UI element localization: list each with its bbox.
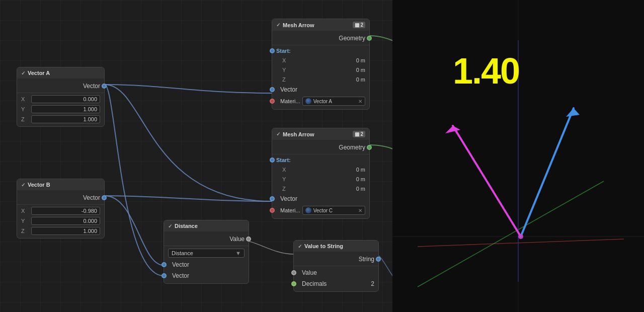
- vts-string-label: String: [359, 256, 374, 263]
- vts-string-socket[interactable]: [376, 257, 381, 262]
- node-mesh-arrow-1-header: ✓ Mesh Arrow ▦ 2: [272, 19, 369, 31]
- vector-b-x-row: X -0.980: [17, 206, 104, 216]
- distance-vector1-socket[interactable]: [162, 262, 167, 267]
- vector-b-y-label: Y: [21, 218, 31, 224]
- mesh-arrow-1-start-label: Start:: [276, 48, 291, 54]
- node-mesh-arrow-1-title: Mesh Arrow: [283, 22, 314, 28]
- mesh-arrow-1-vector-label: Vector: [280, 86, 297, 93]
- distance-vector2-label: Vector: [172, 272, 189, 279]
- mesh-arrow-1-material-pill[interactable]: Vector A ✕: [302, 97, 365, 106]
- vector-b-x-value[interactable]: -0.980: [31, 207, 100, 215]
- vector-b-y-row: Y 0.000: [17, 216, 104, 226]
- xyz-y-label: Y: [282, 67, 290, 73]
- node-vector-a[interactable]: ✓ Vector A Vector X 0.000 Y 1.000 Z 1.00…: [17, 67, 105, 127]
- vector-b-z-row: Z 1.000: [17, 226, 104, 236]
- xyz-y-value: 0 m: [290, 67, 365, 73]
- vector-b-output-socket[interactable]: [102, 195, 107, 200]
- mesh-arrow-2-start-row: Start:: [272, 155, 369, 165]
- mesh-arrow-2-start-label: Start:: [276, 157, 291, 163]
- distance-output-row: Value: [164, 233, 249, 245]
- mesh-arrow-2-start-socket[interactable]: [270, 158, 275, 163]
- badge-icon: ▦: [355, 22, 359, 28]
- node-vector-b[interactable]: ✓ Vector B Vector X -0.980 Y 0.000 Z 1.0…: [17, 179, 105, 239]
- close-icon[interactable]: ✕: [358, 99, 362, 104]
- mesh-arrow-2-geometry-label: Geometry: [339, 144, 365, 151]
- distance-dropdown-value: Distance: [172, 250, 193, 256]
- vector-a-z-value[interactable]: 1.000: [31, 115, 100, 123]
- mesh-arrow-1-material-name: Vector A: [313, 99, 332, 104]
- mesh-arrow-1-material-socket[interactable]: [270, 99, 275, 104]
- node-mesh-arrow-2[interactable]: ✓ Mesh Arrow ▦ 2 Geometry Start: X 0 m: [272, 128, 370, 219]
- node-value-to-string[interactable]: ✓ Value to String String Value Decimals …: [293, 240, 379, 292]
- vector-b-z-value[interactable]: 1.000: [31, 227, 100, 235]
- vts-value-socket[interactable]: [291, 270, 296, 275]
- mesh-arrow-2-xyz: X 0 m Y 0 m Z 0 m: [272, 165, 369, 193]
- vector-b-z-label: Z: [21, 228, 31, 234]
- mesh-arrow-2-vector-socket[interactable]: [270, 196, 275, 201]
- vts-decimals-socket[interactable]: [291, 281, 296, 286]
- distance-vector2-socket[interactable]: [162, 273, 167, 278]
- 3d-viewport: 1.40: [392, 0, 644, 312]
- viewport-svg: [392, 0, 644, 312]
- vector-a-x-value[interactable]: 0.000: [31, 95, 100, 103]
- mesh-arrow-2-x: X 0 m: [272, 165, 369, 174]
- xyz-z-label: Z: [282, 76, 290, 83]
- mesh-arrow-1-material-row: Materi... Vector A ✕: [272, 95, 369, 107]
- node-vector-b-title: Vector B: [28, 182, 50, 188]
- mesh-arrow-2-geometry-socket[interactable]: [367, 145, 372, 150]
- node-distance-title: Distance: [175, 223, 198, 229]
- vts-decimals-label: Decimals: [302, 280, 371, 287]
- distance-output-label: Value: [229, 236, 245, 243]
- vector-a-output-label: Vector: [83, 83, 100, 90]
- chevron-icon-dist: ✓: [168, 223, 172, 229]
- chevron-icon-ma1: ✓: [276, 22, 280, 28]
- node-distance[interactable]: ✓ Distance Value Distance ▼ Vector Vect: [164, 220, 249, 284]
- distance-label: 1.40: [453, 50, 519, 92]
- distance-dropdown-row: Distance ▼: [164, 247, 249, 259]
- node-distance-body: Value Distance ▼ Vector Vector: [164, 231, 249, 283]
- mesh-arrow-1-geometry-row: Geometry: [272, 33, 369, 44]
- mesh-arrow-1-geometry-label: Geometry: [339, 35, 365, 42]
- distance-dropdown[interactable]: Distance ▼: [168, 249, 245, 258]
- vector-a-z-row: Z 1.000: [17, 114, 104, 124]
- mesh-arrow-2-material-label: Materi...: [280, 207, 300, 213]
- mesh-arrow-2-vector-row: Vector: [272, 193, 369, 204]
- vts-string-output-row: String: [294, 254, 378, 265]
- sep-ma1: [272, 45, 369, 45]
- node-vector-a-title: Vector A: [28, 70, 50, 76]
- mesh-arrow-2-material-pill[interactable]: Vector C ✕: [302, 206, 365, 215]
- dropdown-arrow-icon: ▼: [235, 250, 241, 256]
- vector-a-y-row: Y 1.000: [17, 104, 104, 114]
- separator-b: [17, 204, 104, 205]
- close-icon-2[interactable]: ✕: [358, 208, 362, 213]
- vector-a-y-value[interactable]: 1.000: [31, 105, 100, 113]
- node-vector-b-header: ✓ Vector B: [17, 179, 104, 190]
- vector-b-x-label: X: [21, 208, 31, 214]
- mesh-arrow-1-badge: ▦ 2: [353, 22, 365, 28]
- mesh-arrow-2-badge: ▦ 2: [353, 131, 365, 137]
- node-distance-header: ✓ Distance: [164, 220, 249, 231]
- mesh-arrow-1-vector-socket[interactable]: [270, 87, 275, 92]
- mesh-arrow-1-geometry-socket[interactable]: [367, 36, 372, 41]
- vts-value-label: Value: [302, 269, 317, 276]
- node-editor[interactable]: ✓ Vector A Vector X 0.000 Y 1.000 Z 1.00…: [0, 0, 392, 312]
- sep-vts: [294, 266, 378, 266]
- mesh-arrow-1-y: Y 0 m: [272, 65, 369, 74]
- node-mesh-arrow-1[interactable]: ✓ Mesh Arrow ▦ 2 Geometry Start: X 0 m: [272, 19, 370, 110]
- vector-b-y-value[interactable]: 0.000: [31, 217, 100, 225]
- mesh-arrow-1-start-socket[interactable]: [270, 48, 275, 53]
- mesh-arrow-2-material-socket[interactable]: [270, 208, 275, 213]
- node-mesh-arrow-1-body: Geometry Start: X 0 m Y 0 m Z 0 m: [272, 31, 369, 109]
- vector-a-output-socket[interactable]: [102, 84, 107, 89]
- distance-output-socket[interactable]: [246, 237, 251, 242]
- vector-b-output-row: Vector: [17, 192, 104, 203]
- separator: [17, 93, 104, 93]
- badge-icon-2: ▦: [355, 131, 359, 137]
- node-vts-header: ✓ Value to String: [294, 241, 378, 252]
- xyz-x-label: X: [282, 57, 290, 63]
- chevron-icon-ma2: ✓: [276, 131, 280, 137]
- mesh-arrow-2-material-row: Materi... Vector C ✕: [272, 204, 369, 216]
- sep-dist: [164, 246, 249, 246]
- svg-point-10: [518, 234, 523, 239]
- vector-a-x-row: X 0.000: [17, 94, 104, 104]
